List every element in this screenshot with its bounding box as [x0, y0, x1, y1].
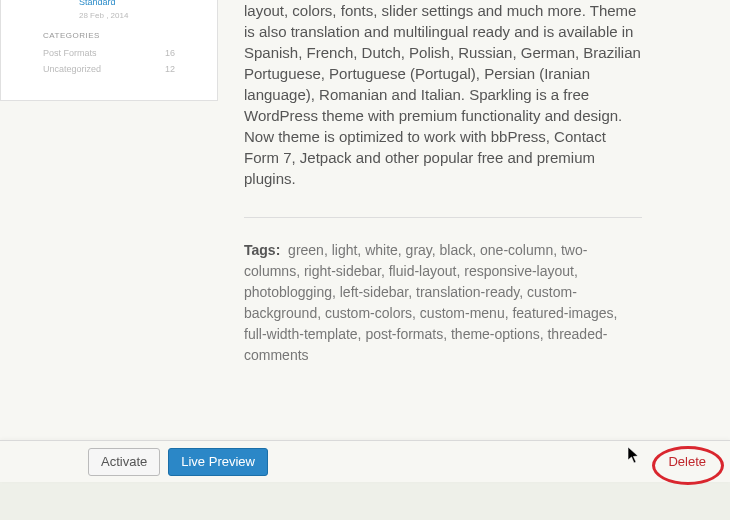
tags-list: green, light, white, gray, black, one-co… — [244, 242, 618, 363]
category-row: Post Formats 16 — [43, 48, 175, 58]
category-count: 12 — [165, 64, 175, 74]
category-row: Uncategorized 12 — [43, 64, 175, 74]
theme-description: layout, colors, fonts, slider settings a… — [244, 0, 642, 189]
category-name: Uncategorized — [43, 64, 101, 74]
categories-widget: CATEGORIES Post Formats 16 Uncategorized… — [43, 31, 175, 80]
activate-button[interactable]: Activate — [88, 448, 160, 476]
divider — [244, 217, 642, 218]
sidebar-post-date: 28 Feb , 2014 — [79, 11, 169, 20]
live-preview-button[interactable]: Live Preview — [168, 448, 268, 476]
category-name: Post Formats — [43, 48, 97, 58]
main-area: Material Theme is the New Industry Stand… — [0, 0, 730, 440]
categories-header: CATEGORIES — [43, 31, 175, 40]
theme-details-content: layout, colors, fonts, slider settings a… — [244, 0, 642, 366]
theme-preview-thumbnail: Material Theme is the New Industry Stand… — [0, 0, 218, 101]
delete-link[interactable]: Delete — [668, 454, 706, 469]
theme-actions-footer: Activate Live Preview Delete — [0, 440, 730, 482]
delete-label: Delete — [668, 454, 706, 469]
category-count: 16 — [165, 48, 175, 58]
theme-tags: Tags: green, light, white, gray, black, … — [244, 240, 642, 366]
sidebar-post-title: Material Theme is the New Industry Stand… — [79, 0, 169, 7]
sidebar-post-item: Material Theme is the New Industry Stand… — [43, 0, 169, 20]
tags-label: Tags: — [244, 242, 280, 258]
